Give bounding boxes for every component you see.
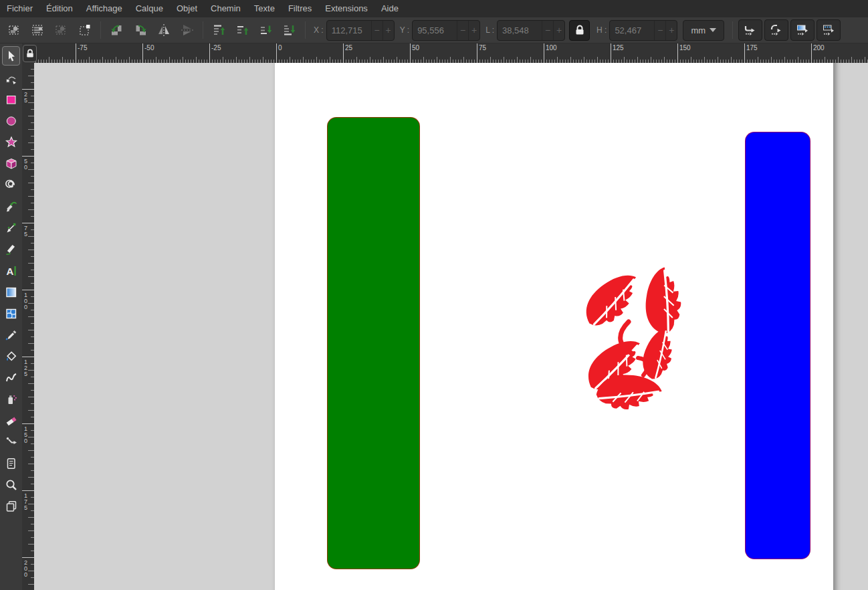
flip-vertical-icon: [181, 23, 194, 37]
tool-paint-bucket[interactable]: [2, 346, 21, 367]
pages-icon: [5, 500, 18, 513]
tool-tweak[interactable]: [2, 367, 21, 389]
tool-gradient[interactable]: [2, 282, 21, 303]
green-rectangle-shape[interactable]: [327, 117, 420, 569]
connector-icon: [5, 435, 18, 449]
menu-aide[interactable]: Aide: [374, 0, 405, 17]
menu-texte[interactable]: Texte: [247, 0, 282, 17]
tool-connector[interactable]: [2, 431, 21, 453]
tool-rectangle[interactable]: [2, 89, 21, 110]
height-spinbox[interactable]: − +: [609, 20, 677, 41]
scale-rounded-corners-icon: [770, 23, 783, 37]
scale-stroke-toggle[interactable]: [738, 19, 762, 41]
measure-icon: [5, 457, 18, 470]
tool-spray[interactable]: [2, 389, 21, 410]
minus-icon[interactable]: −: [371, 21, 383, 40]
y-spinbox[interactable]: − +: [412, 20, 480, 41]
unit-selector[interactable]: mm: [683, 20, 724, 41]
toggle-selection-box-button[interactable]: [73, 19, 96, 41]
scale-corners-toggle[interactable]: [764, 19, 788, 41]
move-patterns-toggle[interactable]: [817, 19, 841, 41]
move-gradients-icon: [796, 23, 809, 37]
paint-bucket-icon: [5, 350, 18, 363]
raise-to-top-button[interactable]: [207, 19, 231, 41]
lock-icon: [26, 49, 34, 58]
lower-to-bottom-button[interactable]: [278, 19, 301, 41]
box-3d-icon: [5, 157, 18, 171]
tool-selector[interactable]: [2, 46, 20, 66]
x-label: X :: [314, 25, 324, 35]
width-input[interactable]: [498, 21, 542, 40]
spiral-icon: [5, 179, 18, 192]
height-label: H :: [596, 25, 607, 35]
blue-rectangle-shape[interactable]: [745, 132, 810, 559]
flip-vertical-button[interactable]: [175, 19, 199, 41]
y-input[interactable]: [413, 21, 457, 40]
height-field-group: H : − +: [594, 20, 677, 41]
minus-icon[interactable]: −: [542, 21, 553, 40]
plus-icon[interactable]: +: [665, 21, 677, 40]
guide-lock-button[interactable]: [23, 45, 37, 62]
vertical-ruler[interactable]: 255075100125150175200: [22, 63, 34, 590]
tool-mesh-gradient[interactable]: [2, 303, 21, 324]
width-spinbox[interactable]: − +: [497, 20, 565, 41]
menu-objet[interactable]: Objet: [170, 0, 204, 17]
tool-pen[interactable]: [2, 217, 21, 239]
lower-button[interactable]: [254, 19, 278, 41]
raise-button[interactable]: [231, 19, 254, 41]
plus-icon[interactable]: +: [468, 21, 479, 40]
tool-eraser[interactable]: [2, 410, 21, 431]
tool-measure[interactable]: [2, 453, 21, 474]
red-leaf-cluster-shape[interactable]: [572, 259, 681, 409]
ellipse-icon: [5, 114, 18, 128]
star-icon: [5, 136, 18, 149]
x-spinbox[interactable]: − +: [326, 20, 395, 41]
unit-value: mm: [691, 25, 706, 35]
select-all-button[interactable]: [3, 19, 26, 41]
plus-icon[interactable]: +: [553, 21, 564, 40]
select-all-layers-button[interactable]: [26, 19, 49, 41]
lock-aspect-ratio-button[interactable]: [569, 20, 590, 41]
separator: [732, 21, 733, 39]
tool-spiral[interactable]: [2, 175, 21, 196]
menu-chemin[interactable]: Chemin: [204, 0, 247, 17]
tool-zoom[interactable]: [2, 474, 21, 496]
node-editor-icon: [5, 72, 18, 85]
horizontal-ruler[interactable]: -75-50-250255075100125150175200: [34, 43, 868, 63]
tool-text[interactable]: A: [2, 260, 21, 282]
tool-calligraphy[interactable]: [2, 239, 21, 260]
dropper-icon: [5, 328, 18, 342]
x-input[interactable]: [327, 21, 371, 40]
menu-affichage[interactable]: Affichage: [80, 0, 129, 17]
spray-icon: [5, 393, 18, 406]
rotate-cw-button[interactable]: [128, 19, 152, 41]
x-field-group: X : − +: [311, 20, 395, 41]
minus-icon[interactable]: −: [654, 21, 665, 40]
menu-fichier[interactable]: Fichier: [7, 0, 39, 17]
canvas[interactable]: [34, 63, 868, 590]
move-gradients-toggle[interactable]: [790, 19, 815, 41]
plus-icon[interactable]: +: [383, 21, 394, 40]
height-input[interactable]: [610, 21, 654, 40]
select-all-icon: [9, 24, 21, 36]
tool-box-3d[interactable]: [2, 153, 21, 175]
width-label: L :: [485, 25, 494, 35]
rotate-ccw-button[interactable]: [105, 19, 128, 41]
menu-filtres[interactable]: Filtres: [282, 0, 318, 17]
tool-node-editor[interactable]: [2, 68, 21, 89]
tool-ellipse[interactable]: [2, 110, 21, 132]
tool-dropper[interactable]: [2, 324, 21, 346]
rotate-90-ccw-icon: [110, 23, 124, 37]
pen-bezier-icon: [5, 221, 18, 235]
minus-icon[interactable]: −: [457, 21, 468, 40]
menu-calque[interactable]: Calque: [129, 0, 170, 17]
rotate-90-cw-icon: [134, 23, 147, 37]
tool-star[interactable]: [2, 132, 21, 153]
tool-pencil[interactable]: [2, 196, 21, 217]
tool-pages[interactable]: [2, 496, 21, 517]
flip-horizontal-button[interactable]: [152, 19, 175, 41]
y-field-group: Y : − +: [397, 20, 480, 41]
menu-edition[interactable]: Édition: [39, 0, 80, 17]
menu-extensions[interactable]: Extensions: [318, 0, 374, 17]
deselect-button[interactable]: [49, 19, 73, 41]
